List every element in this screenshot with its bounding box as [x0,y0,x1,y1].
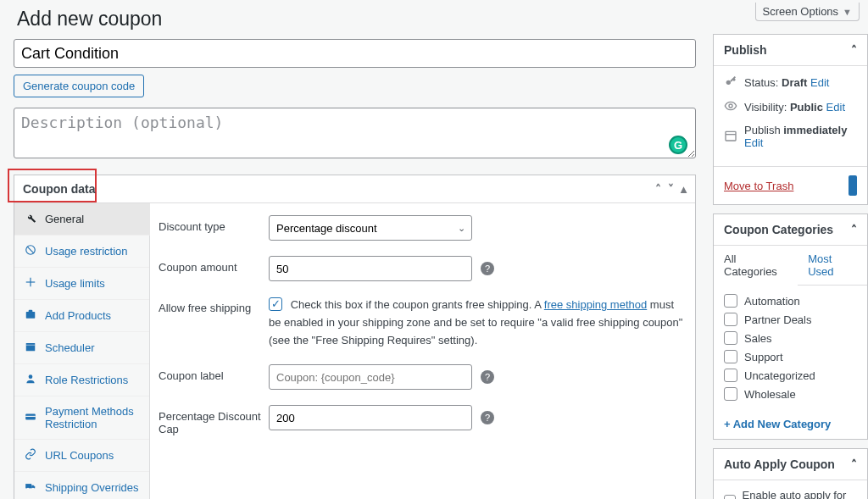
tab-usage-limits[interactable]: Usage limits [14,268,149,300]
percentage-cap-input[interactable] [269,405,472,430]
chevron-up-icon[interactable]: ˄ [851,223,857,236]
coupon-data-heading: Coupon data [23,182,96,196]
chevron-up-icon[interactable]: ˄ [655,182,661,196]
arrows-icon [25,276,36,291]
visibility-value: Public [790,101,823,114]
help-icon[interactable]: ? [481,370,494,384]
wrench-icon [25,212,36,226]
tab-label: General [45,213,84,225]
free-shipping-text: Check this box if the coupon grants free… [291,298,544,311]
svg-rect-10 [25,484,31,488]
key-icon [724,75,737,91]
checkbox[interactable] [724,331,737,345]
move-to-trash-link[interactable]: Move to Trash [724,180,793,192]
svg-point-11 [27,488,29,490]
briefcase-icon [25,308,36,323]
publish-button[interactable] [849,175,857,196]
tab-general[interactable]: General [14,203,150,236]
svg-point-7 [29,374,33,379]
discount-type-select[interactable]: Percentage discount [269,215,472,241]
tab-label: Scheduler [45,341,95,354]
publish-edit-link[interactable]: Edit [744,136,763,149]
coupon-title-input[interactable] [14,39,696,68]
calendar-icon [724,129,737,145]
grammarly-icon[interactable]: G [669,136,687,154]
tab-role-restrictions[interactable]: Role Restrictions [14,364,149,396]
tab-label: URL Coupons [45,449,114,462]
publish-panel: Publish ˄ Status: Draft Edit Visibility:… [713,34,868,205]
tab-label: Shipping Overrides [45,481,139,494]
free-shipping-label: Allow free shipping [159,297,269,314]
help-icon[interactable]: ? [481,411,494,424]
category-item[interactable]: Sales [724,331,857,345]
tab-url-coupons[interactable]: URL Coupons [14,440,149,472]
category-item[interactable]: Wholesale [724,387,857,401]
link-icon [25,448,36,463]
auto-apply-heading: Auto Apply Coupon [724,457,835,471]
tab-add-products[interactable]: Add Products [14,300,149,332]
svg-line-1 [27,247,34,253]
add-new-category-link[interactable]: + Add New Category [724,418,831,430]
coupon-label-input[interactable] [269,364,472,390]
chevron-up-icon[interactable]: ˄ [851,43,857,57]
eye-icon [724,99,737,115]
chevron-down-icon: ▼ [843,7,852,17]
calendar-icon [25,341,36,355]
collapse-icon[interactable]: ▴ [681,182,687,196]
checkbox[interactable] [724,313,737,326]
tab-label: Payment Methods Restriction [45,405,139,430]
generate-coupon-button[interactable]: Generate coupon code [14,75,144,97]
discount-type-label: Discount type [159,215,269,233]
checkbox[interactable] [724,294,737,308]
ban-icon [25,244,36,258]
coupon-amount-input[interactable] [269,256,472,281]
auto-apply-panel: Auto Apply Coupon ˄ Enable auto apply fo… [713,448,868,499]
checkbox[interactable] [724,387,737,401]
help-icon[interactable]: ? [481,262,494,275]
category-item[interactable]: Automation [724,294,857,308]
auto-apply-label: Enable auto apply for this co [743,489,857,499]
category-item[interactable]: Support [724,350,857,363]
checkbox[interactable] [724,369,737,382]
coupon-amount-label: Coupon amount [159,256,269,274]
svg-rect-15 [726,131,736,141]
tab-usage-restriction[interactable]: Usage restriction [14,236,149,268]
coupon-description-input[interactable] [14,108,696,158]
tab-shipping-overrides[interactable]: Shipping Overrides [14,472,149,499]
tab-most-used[interactable]: Most Used [798,246,867,285]
free-shipping-method-link[interactable]: free shipping method [544,298,647,311]
tab-label: Add Products [45,309,111,322]
tab-label: Usage limits [45,277,105,290]
category-item[interactable]: Partner Deals [724,313,857,326]
percentage-cap-label: Percentage Discount Cap [159,405,269,435]
tab-label: Usage restriction [45,245,128,258]
status-value: Draft [782,76,807,89]
auto-apply-checkbox[interactable] [724,495,736,499]
svg-rect-4 [26,312,36,319]
svg-point-12 [32,488,34,490]
svg-point-13 [726,80,731,85]
publish-heading: Publish [724,43,767,57]
screen-options-button[interactable]: Screen Options ▼ [755,3,860,21]
tab-payment-methods[interactable]: Payment Methods Restriction [14,396,149,440]
visibility-edit-link[interactable]: Edit [826,101,845,114]
category-item[interactable]: Uncategorized [724,369,857,382]
status-edit-link[interactable]: Edit [810,76,829,89]
checkbox[interactable] [724,350,737,363]
visibility-label: Visibility: [744,101,790,114]
coupon-data-tabs: General Usage restriction Usage limits A… [14,203,150,499]
free-shipping-checkbox[interactable]: ✓ [269,297,282,311]
coupon-data-metabox: Coupon data ˄ ˅ ▴ General Usage restrict… [14,175,696,499]
truck-icon [25,480,36,495]
publish-label: Publish [744,124,783,136]
screen-options-label: Screen Options [763,5,839,18]
user-icon [25,373,36,387]
svg-rect-9 [25,415,36,416]
tab-all-categories[interactable]: All Categories [714,246,798,286]
tab-scheduler[interactable]: Scheduler [14,332,149,364]
categories-panel: Coupon Categories ˄ All Categories Most … [713,213,868,440]
chevron-up-icon[interactable]: ˄ [851,457,857,471]
status-label: Status: [744,76,782,89]
chevron-down-icon[interactable]: ˅ [668,182,674,196]
coupon-label-label: Coupon label [159,364,269,382]
